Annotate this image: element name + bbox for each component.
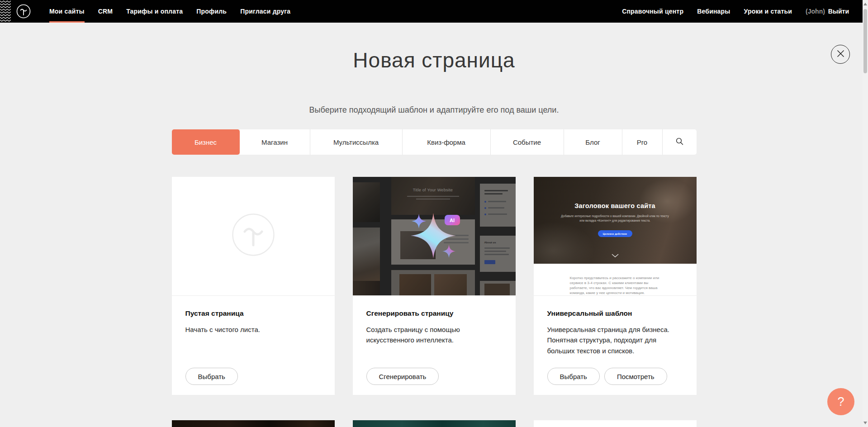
tab-search[interactable] bbox=[663, 129, 697, 155]
template-card[interactable] bbox=[172, 420, 335, 427]
card-universal-template: Заголовок вашего сайта Добавьте интересн… bbox=[534, 177, 697, 395]
nav-item-webinars[interactable]: Вебинары bbox=[690, 0, 737, 23]
template-card[interactable] bbox=[534, 420, 697, 427]
template-preview-image bbox=[172, 420, 335, 427]
template-preview-image bbox=[534, 420, 697, 427]
logout-label: Выйти bbox=[828, 8, 849, 15]
search-icon bbox=[676, 138, 683, 147]
choose-button[interactable]: Выбрать bbox=[547, 368, 600, 385]
close-button[interactable] bbox=[831, 45, 850, 64]
nav-item-crm[interactable]: CRM bbox=[91, 0, 119, 23]
template-preview-image bbox=[353, 420, 516, 427]
scrollbar-up-arrow-icon[interactable] bbox=[863, 3, 867, 5]
ai-badge: AI bbox=[445, 215, 460, 225]
template-cta-button: Целевое действие bbox=[598, 230, 632, 237]
universal-template-preview[interactable]: Заголовок вашего сайта Добавьте интересн… bbox=[534, 177, 697, 296]
tab-pro[interactable]: Pro bbox=[622, 129, 663, 155]
logout-button[interactable]: (John) Выйти bbox=[799, 0, 849, 23]
secondary-nav: Справочный центр Вебинары Уроки и статьи… bbox=[615, 0, 849, 23]
top-nav: Мои сайты CRM Тарифы и оплата Профиль Пр… bbox=[0, 0, 868, 23]
card-description: Начать с чистого листа. bbox=[185, 324, 321, 335]
view-button[interactable]: Посмотреть bbox=[604, 368, 667, 385]
template-card[interactable] bbox=[353, 420, 516, 427]
user-name: (John) bbox=[806, 8, 825, 15]
new-page-dialog: Новая страница Выберите подходящий шабло… bbox=[0, 23, 868, 427]
primary-nav: Мои сайты CRM Тарифы и оплата Профиль Пр… bbox=[43, 0, 297, 23]
website-collage: Title of Your Website bbox=[353, 177, 516, 295]
template-category-tabs: Бизнес Магазин Мультиссылка Квиз-форма С… bbox=[172, 129, 697, 155]
nav-item-profile[interactable]: Профиль bbox=[190, 0, 233, 23]
tab-business[interactable]: Бизнес bbox=[172, 129, 240, 155]
tab-multilink[interactable]: Мультиссылка bbox=[310, 129, 403, 155]
card-title: Пустая страница bbox=[185, 309, 321, 318]
card-description: Создать страницу с помощью искусственног… bbox=[366, 324, 502, 346]
nav-label: CRM bbox=[98, 8, 113, 15]
nav-label: Пригласи друга bbox=[240, 8, 290, 15]
ai-sparkle-icon: AI bbox=[353, 177, 516, 295]
tilda-logo[interactable] bbox=[16, 4, 31, 19]
blank-page-preview[interactable] bbox=[172, 177, 335, 296]
template-body-text: Коротко представьтесь и расскажите о ком… bbox=[570, 275, 660, 295]
template-hero-subheading: Добавьте интересные подробности о вашей … bbox=[560, 214, 670, 223]
tab-store[interactable]: Магазин bbox=[240, 129, 310, 155]
nav-item-help-center[interactable]: Справочный центр bbox=[615, 0, 690, 23]
nav-item-tariffs[interactable]: Тарифы и оплата bbox=[119, 0, 190, 23]
nav-item-invite-friend[interactable]: Пригласи друга bbox=[233, 0, 297, 23]
card-description: Универсальная страница для бизнеса. Поня… bbox=[547, 324, 683, 356]
zigzag-pattern-decor bbox=[0, 0, 11, 23]
nav-label: Профиль bbox=[196, 8, 227, 15]
scrollbar-thumb[interactable] bbox=[863, 9, 867, 73]
chevron-down-icon bbox=[612, 251, 619, 260]
scrollbar-down-arrow-icon[interactable] bbox=[863, 422, 867, 424]
close-icon bbox=[837, 50, 844, 59]
tilda-watermark-icon bbox=[232, 214, 275, 258]
nav-label: Уроки и статьи bbox=[744, 8, 792, 15]
generate-button[interactable]: Сгенерировать bbox=[366, 368, 439, 385]
nav-item-my-sites[interactable]: Мои сайты bbox=[43, 0, 91, 23]
card-blank-page: Пустая страница Начать с чистого листа. … bbox=[172, 177, 335, 395]
help-question-label: ? bbox=[837, 395, 844, 409]
nav-label: Тарифы и оплата bbox=[126, 8, 183, 15]
page-subtitle: Выберите подходящий шаблон и адаптируйте… bbox=[0, 105, 868, 115]
template-cards-row: Пустая страница Начать с чистого листа. … bbox=[172, 177, 697, 395]
ai-generate-preview[interactable]: Title of Your Website bbox=[353, 177, 516, 296]
template-hero-image: Заголовок вашего сайта Добавьте интересн… bbox=[534, 177, 697, 264]
nav-item-lessons[interactable]: Уроки и статьи bbox=[737, 0, 799, 23]
card-title: Сгенерировать страницу bbox=[366, 309, 502, 318]
page-title: Новая страница bbox=[0, 48, 868, 72]
nav-label: Мои сайты bbox=[49, 8, 85, 15]
card-ai-generate: Title of Your Website bbox=[353, 177, 516, 395]
card-title: Универсальный шаблон bbox=[547, 309, 683, 318]
template-hero-heading: Заголовок вашего сайта bbox=[534, 202, 697, 209]
page-scrollbar[interactable] bbox=[863, 0, 868, 427]
help-button[interactable]: ? bbox=[827, 388, 854, 415]
tab-blog[interactable]: Блог bbox=[564, 129, 622, 155]
choose-button[interactable]: Выбрать bbox=[185, 368, 238, 385]
nav-label: Вебинары bbox=[697, 8, 730, 15]
template-cards-row-2 bbox=[172, 420, 697, 427]
tab-quiz-form[interactable]: Квиз-форма bbox=[403, 129, 491, 155]
nav-label: Справочный центр bbox=[622, 8, 683, 15]
tab-event[interactable]: Событие bbox=[491, 129, 564, 155]
